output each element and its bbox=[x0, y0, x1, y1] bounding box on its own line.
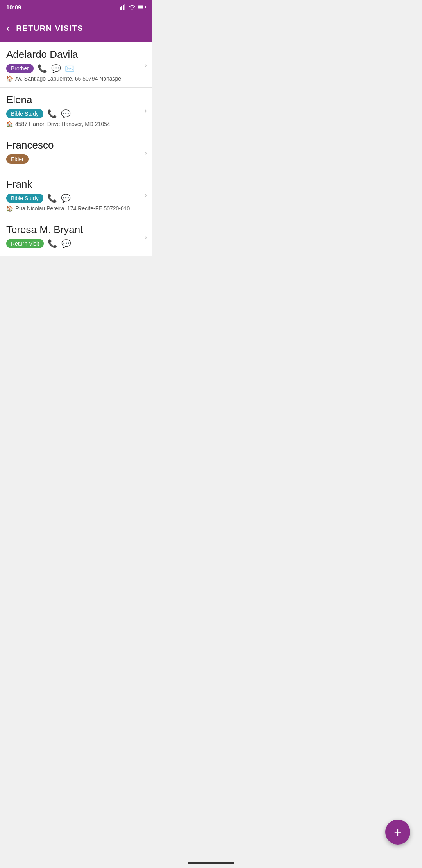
signal-icon bbox=[120, 4, 127, 10]
battery-icon bbox=[138, 5, 146, 9]
contact-list: Adelardo Davila Brother 📞 💬 ✉️ 🏠 Av. San… bbox=[0, 42, 152, 256]
chevron-right-icon: › bbox=[144, 60, 147, 69]
svg-rect-3 bbox=[124, 4, 125, 10]
contact-meta: Return Visit 📞 💬 bbox=[6, 239, 146, 248]
contact-item-frank[interactable]: Frank Bible Study 📞 💬 🏠 Rua Nicolau Pere… bbox=[0, 172, 152, 217]
chevron-right-icon: › bbox=[144, 232, 147, 241]
svg-rect-6 bbox=[138, 6, 143, 9]
header: ‹ RETURN VISITS bbox=[0, 14, 152, 42]
contact-name: Frank bbox=[6, 178, 146, 190]
badge-brother: Brother bbox=[6, 64, 34, 73]
address-text: 4587 Harron Drive Hanover, MD 21054 bbox=[15, 121, 110, 127]
contact-name: Teresa M. Bryant bbox=[6, 224, 146, 236]
chevron-right-icon: › bbox=[144, 190, 147, 199]
chevron-right-icon: › bbox=[144, 106, 147, 115]
phone-icon[interactable]: 📞 bbox=[38, 64, 47, 73]
phone-icon[interactable]: 📞 bbox=[47, 194, 57, 203]
home-icon: 🏠 bbox=[6, 121, 13, 127]
svg-rect-1 bbox=[121, 6, 122, 10]
contact-name: Elena bbox=[6, 94, 146, 106]
contact-name: Adelardo Davila bbox=[6, 48, 146, 61]
wifi-icon bbox=[129, 4, 135, 10]
contact-address: 🏠 Rua Nicolau Pereira, 174 Recife-FE 507… bbox=[6, 205, 146, 212]
message-icon[interactable]: 💬 bbox=[51, 64, 61, 73]
status-bar: 10:09 bbox=[0, 0, 152, 14]
svg-rect-5 bbox=[145, 6, 146, 8]
message-icon[interactable]: 💬 bbox=[61, 109, 71, 118]
badge-return-visit: Return Visit bbox=[6, 239, 44, 248]
contact-name: Francesco bbox=[6, 139, 146, 151]
message-icon[interactable]: 💬 bbox=[61, 239, 71, 248]
contact-meta: Bible Study 📞 💬 bbox=[6, 109, 146, 118]
contact-meta: Bible Study 📞 💬 bbox=[6, 194, 146, 203]
email-icon[interactable]: ✉️ bbox=[65, 64, 75, 73]
svg-rect-2 bbox=[123, 5, 124, 10]
contact-address: 🏠 4587 Harron Drive Hanover, MD 21054 bbox=[6, 121, 146, 127]
status-icons bbox=[120, 4, 146, 10]
status-time: 10:09 bbox=[6, 4, 21, 11]
contact-item-adelardo[interactable]: Adelardo Davila Brother 📞 💬 ✉️ 🏠 Av. San… bbox=[0, 42, 152, 88]
contact-item-elena[interactable]: Elena Bible Study 📞 💬 🏠 4587 Harron Driv… bbox=[0, 88, 152, 133]
phone-icon[interactable]: 📞 bbox=[47, 109, 57, 118]
contact-item-teresa[interactable]: Teresa M. Bryant Return Visit 📞 💬 › bbox=[0, 217, 152, 256]
badge-elder: Elder bbox=[6, 154, 29, 164]
message-icon[interactable]: 💬 bbox=[61, 194, 71, 203]
page-title: RETURN VISITS bbox=[16, 24, 83, 33]
contact-address: 🏠 Av. Santiago Lapuernte, 65 50794 Nonas… bbox=[6, 75, 146, 82]
contact-item-francesco[interactable]: Francesco Elder › bbox=[0, 133, 152, 172]
chevron-right-icon: › bbox=[144, 148, 147, 157]
address-text: Av. Santiago Lapuernte, 65 50794 Nonaspe bbox=[15, 75, 121, 82]
home-icon: 🏠 bbox=[6, 205, 13, 212]
back-button[interactable]: ‹ bbox=[6, 22, 10, 34]
badge-bible-study: Bible Study bbox=[6, 194, 43, 203]
badge-bible-study: Bible Study bbox=[6, 109, 43, 118]
phone-icon[interactable]: 📞 bbox=[48, 239, 57, 248]
svg-rect-0 bbox=[120, 7, 121, 10]
contact-meta: Brother 📞 💬 ✉️ bbox=[6, 64, 146, 73]
home-icon: 🏠 bbox=[6, 75, 13, 82]
address-text: Rua Nicolau Pereira, 174 Recife-FE 50720… bbox=[15, 205, 130, 212]
contact-meta: Elder bbox=[6, 154, 146, 164]
empty-area bbox=[0, 256, 152, 373]
